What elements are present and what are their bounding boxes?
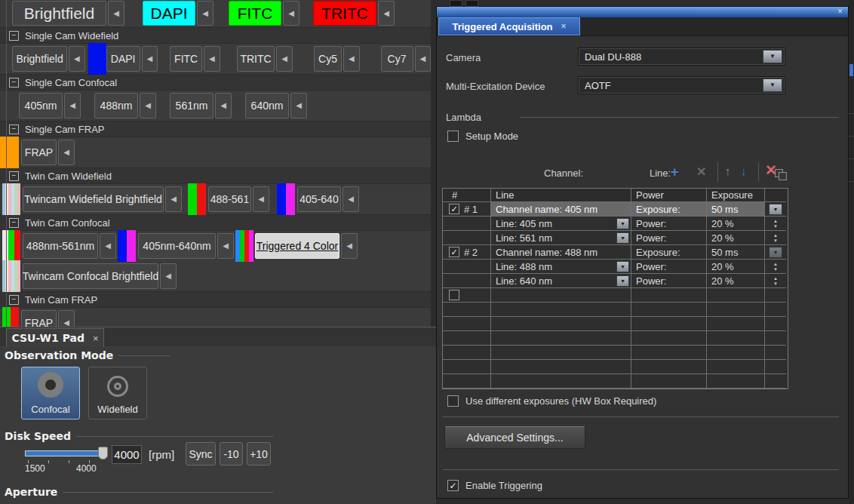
channel-flip-button[interactable]: ◀ xyxy=(378,1,395,26)
table-row-new-channel[interactable] xyxy=(443,288,788,303)
group-header-single-cam-confocal[interactable]: − Single Cam Confocal xyxy=(0,74,431,91)
line-select-cell[interactable]: Line: 640 nm▼ xyxy=(491,274,631,288)
big-channel-button-brightfield[interactable]: Brightfield xyxy=(12,1,106,26)
channel-button-405nm[interactable]: 405nm xyxy=(19,93,63,118)
channel-flip-button[interactable]: ◀ xyxy=(165,186,182,212)
exposure-dropdown-button[interactable]: ▼ xyxy=(769,247,782,258)
speed-plus-10-button[interactable]: +10 xyxy=(247,442,271,466)
channel-flip-button[interactable]: ◀ xyxy=(58,140,75,165)
channel-button-405nm-640nm[interactable]: 405nm-640nm xyxy=(138,233,216,259)
channel-flip-button[interactable]: ◀ xyxy=(415,46,431,72)
channel-flip-button[interactable]: ◀ xyxy=(253,186,269,212)
channel-name-cell[interactable]: Channel name: 405 nm xyxy=(491,202,631,217)
channel-flip-button[interactable]: ◀ xyxy=(100,233,116,259)
setup-mode-checkbox-row[interactable]: Setup Mode xyxy=(447,131,518,142)
collapse-icon[interactable]: − xyxy=(9,31,19,41)
channel-flip-button[interactable]: ◀ xyxy=(204,46,220,72)
channel-button-tritc[interactable]: TRITC xyxy=(237,46,275,72)
channel-button-brightfield[interactable]: Brightfield xyxy=(12,46,67,72)
channel-flip-button[interactable]: ◀ xyxy=(215,93,232,118)
channel-flip-button[interactable]: ◀ xyxy=(217,233,234,259)
power-value-cell[interactable]: 20 % xyxy=(707,217,765,231)
group-header-twin-cam-widefield[interactable]: − Twin Cam Widefield xyxy=(0,167,431,184)
widefield-mode-button[interactable]: Widefield xyxy=(88,367,147,419)
multi-excitation-device-select[interactable]: AOTF ▼ xyxy=(578,76,785,94)
channel-flip-button[interactable]: ◀ xyxy=(197,1,214,26)
channel-button-640nm[interactable]: 640nm xyxy=(245,93,289,118)
tab-csu-w1-pad[interactable]: CSU-W1 Pad × xyxy=(6,328,104,347)
channel-flip-button[interactable]: ◀ xyxy=(343,186,359,212)
table-row-line[interactable]: Line: 405 nm▼ Power: 20 % ▲▼ xyxy=(443,217,788,231)
channel-button-twincam-widefield-brightfield[interactable]: Twincam Widefield Brightfield xyxy=(23,186,164,212)
line-dropdown-button[interactable]: ▼ xyxy=(616,261,629,272)
collapse-icon[interactable]: − xyxy=(9,171,19,181)
channel-button-dapi[interactable]: DAPI xyxy=(106,46,140,72)
power-spinner[interactable]: ▲▼ xyxy=(770,232,782,244)
group-header-twin-cam-frap[interactable]: − Twin Cam FRAP xyxy=(0,291,431,308)
group-header-single-cam-frap[interactable]: − Single Cam FRAP xyxy=(0,121,431,137)
checkbox-unchecked[interactable] xyxy=(447,131,459,142)
move-down-icon[interactable]: ↓ xyxy=(741,164,747,177)
channel-button-twincam-confocal-brightfield[interactable]: Twincam Confocal Brightfield xyxy=(23,263,158,289)
channel-button-twin-frap[interactable]: FRAP xyxy=(21,310,57,327)
channel-flip-button[interactable]: ◀ xyxy=(290,93,307,118)
collapse-icon[interactable]: − xyxy=(9,218,19,228)
channel-flip-button[interactable]: ◀ xyxy=(283,1,300,26)
channel-flip-button[interactable]: ◀ xyxy=(142,46,158,72)
advanced-settings-button[interactable]: Advanced Settings... xyxy=(444,426,585,449)
group-header-single-cam-widefield[interactable]: − Single Cam Widefield xyxy=(0,27,431,44)
channel-button-561nm[interactable]: 561nm xyxy=(170,93,214,118)
collapse-icon[interactable]: − xyxy=(9,124,19,134)
line-dropdown-button[interactable]: ▼ xyxy=(616,232,629,244)
line-select-cell[interactable]: Line: 561 nm▼ xyxy=(491,231,631,245)
channel-flip-button[interactable]: ◀ xyxy=(140,93,156,118)
line-dropdown-button[interactable]: ▼ xyxy=(616,275,629,287)
window-titlebar[interactable]: × xyxy=(437,7,848,17)
line-dropdown-button[interactable]: ▼ xyxy=(616,218,629,229)
power-spinner[interactable]: ▲▼ xyxy=(770,275,782,287)
checkbox-unchecked[interactable] xyxy=(447,395,459,407)
exposure-dropdown-button[interactable]: ▼ xyxy=(769,204,782,215)
power-spinner[interactable]: ▲▼ xyxy=(770,260,782,273)
channel-button-488-561[interactable]: 488-561 xyxy=(208,186,251,212)
close-icon[interactable]: × xyxy=(837,7,843,17)
group-header-twin-cam-confocal[interactable]: − Twin Cam Confocal xyxy=(0,214,431,231)
dropdown-button[interactable]: ▼ xyxy=(763,78,782,92)
table-row-line[interactable]: Line: 488 nm▼ Power: 20 % ▲▼ xyxy=(443,260,788,274)
big-channel-button-fitc[interactable]: FITC xyxy=(229,1,281,26)
move-up-icon[interactable]: ↑ xyxy=(725,164,731,177)
add-line-icon[interactable]: + xyxy=(671,164,679,180)
tab-triggered-acquisition[interactable]: Triggered Acquisition × xyxy=(438,17,580,35)
channel-flip-button[interactable]: ◀ xyxy=(276,46,293,72)
checkbox-checked[interactable]: ✓ xyxy=(449,247,459,257)
confocal-mode-button[interactable]: Confocal xyxy=(21,367,80,419)
channel-flip-button[interactable]: ◀ xyxy=(160,263,177,289)
channel-button-triggered-4-color-selected[interactable]: Triggered 4 Color xyxy=(255,233,339,259)
table-row-channel-1[interactable]: ✓# 1 Channel name: 405 nm Exposure: 50 m… xyxy=(443,202,788,217)
disk-speed-value-field[interactable]: 4000 xyxy=(112,445,142,464)
camera-select[interactable]: Dual DU-888 ▼ xyxy=(578,48,785,66)
channel-flip-button[interactable]: ◀ xyxy=(69,46,85,72)
channel-name-cell[interactable]: Channel name: 488 nm xyxy=(491,245,631,260)
channel-button-405-640[interactable]: 405-640 xyxy=(297,186,341,212)
dropdown-button[interactable]: ▼ xyxy=(763,50,782,63)
checkbox-checked[interactable]: ✓ xyxy=(447,480,459,491)
delete-all-channels-icon[interactable]: ✕ xyxy=(765,162,788,182)
collapse-icon[interactable]: − xyxy=(9,78,19,88)
table-row-line[interactable]: Line: 640 nm▼ Power: 20 % ▲▼ xyxy=(443,274,788,288)
channel-button-frap[interactable]: FRAP xyxy=(21,140,57,165)
collapse-icon[interactable]: − xyxy=(9,295,19,305)
channel-flip-button[interactable]: ◀ xyxy=(58,310,75,327)
checkbox-checked[interactable]: ✓ xyxy=(449,204,459,214)
speed-minus-10-button[interactable]: -10 xyxy=(220,442,243,466)
big-channel-button-tritc[interactable]: TRITC xyxy=(313,1,376,26)
channel-button-fitc[interactable]: FITC xyxy=(170,46,202,72)
table-row-line[interactable]: Line: 561 nm▼ Power: 20 % ▲▼ xyxy=(443,231,788,245)
channel-button-488nm-561nm[interactable]: 488nm-561nm xyxy=(23,233,98,259)
power-value-cell[interactable]: 20 % xyxy=(707,260,765,274)
close-icon[interactable]: × xyxy=(93,333,99,343)
table-row-channel-2[interactable]: ✓# 2 Channel name: 488 nm Exposure: 50 m… xyxy=(443,245,788,260)
use-different-exposures-checkbox-row[interactable]: Use different exposures (HW Box Required… xyxy=(447,395,656,407)
channel-flip-button[interactable]: ◀ xyxy=(341,233,358,259)
channel-flip-button[interactable]: ◀ xyxy=(108,1,124,26)
